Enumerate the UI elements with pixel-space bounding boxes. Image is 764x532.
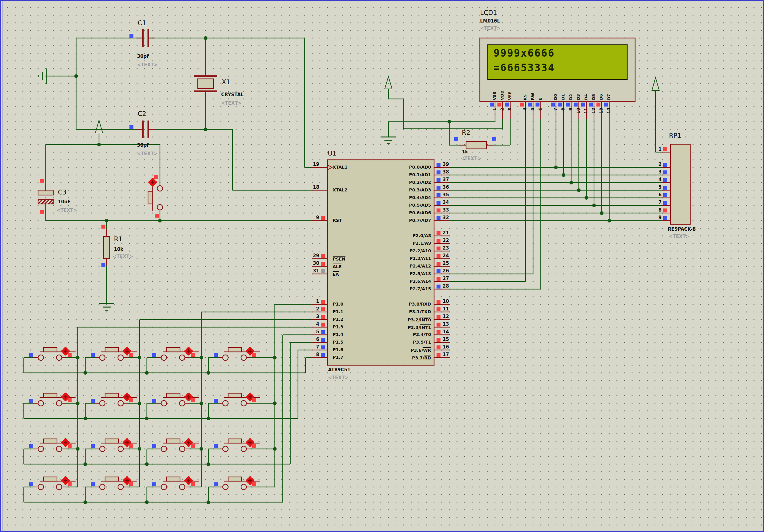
keypad-button-r2c1[interactable] <box>29 393 76 406</box>
reset-button-probe-bottom <box>155 214 159 217</box>
r2-resistor[interactable] <box>454 137 496 149</box>
lcd-pin-label: RS <box>523 94 527 100</box>
u1-pin-num: 39 <box>443 162 449 167</box>
c1-probe-square <box>129 34 133 38</box>
u1-pin-num: 5 <box>305 329 319 334</box>
keypad-button-r4c3[interactable] <box>152 476 199 490</box>
r2-probe-square-left <box>454 137 458 141</box>
u1-pin-num: 34 <box>443 200 449 205</box>
c3-value: 10uF <box>58 199 71 204</box>
ground-symbol-r1 <box>99 304 114 311</box>
vcc-arrow-rp1 <box>652 77 659 90</box>
rp1-part: RESPACK-8 <box>668 226 696 232</box>
lcd1-ref: LCD1 <box>480 9 497 16</box>
u1-pin-label-overline: PSEN <box>333 256 345 261</box>
lcd-pin-num: 1 <box>492 108 497 111</box>
u1-pin-label: P0.0/AD0 <box>361 165 431 170</box>
u1-pin-num: 16 <box>443 344 449 350</box>
u1-pin-label: ALE <box>333 264 341 269</box>
schematic-canvas: C1 30pf <TEXT> C2 30pf <TEXT> X1 CRYSTAL… <box>0 0 764 532</box>
lcd-pin-num: 5 <box>530 108 535 111</box>
r1-probe-square-bottom <box>101 263 105 267</box>
lcd-pin-num: 11 <box>583 108 588 113</box>
keypad-button-r4c4[interactable] <box>214 476 260 490</box>
u1-pin-label: P3.1/TXD <box>361 309 431 314</box>
lcd-pin-num: 2 <box>499 108 504 111</box>
lcd-pin-label: D5 <box>591 94 596 100</box>
keypad-button-r3c4[interactable] <box>214 438 260 452</box>
lcd-pin-num: 8 <box>560 108 565 111</box>
r2-ref: R2 <box>462 129 470 136</box>
u1-pin-label: P3.0/RXD <box>361 302 431 307</box>
keypad-button-r1c4[interactable] <box>214 347 260 360</box>
c3-text-placeholder: <TEXT> <box>57 207 77 213</box>
keypad-button-r3c3[interactable] <box>152 438 199 452</box>
u1-pin-num: 38 <box>443 169 449 175</box>
r1-resistor[interactable] <box>101 225 110 267</box>
u1-pin-label: P2.7/A15 <box>361 286 431 291</box>
u1-pin-label: P0.3/AD3 <box>361 188 431 192</box>
vcc-arrow-lcd <box>385 77 392 89</box>
c1-ref: C1 <box>138 20 146 27</box>
keypad-button-r3c2[interactable] <box>91 438 137 452</box>
u1-pin-num: 7 <box>305 344 319 350</box>
x1-value: CRYSTAL <box>221 92 244 97</box>
u1-pin-num: 6 <box>305 336 319 342</box>
keypad-button-r1c1[interactable] <box>29 347 76 360</box>
reset-button-actuator-star[interactable] <box>148 178 157 187</box>
r1-text-placeholder: <TEXT> <box>113 254 133 259</box>
rp1-pin-num: 3 <box>648 169 662 175</box>
u1-pin-label-overline: INT1 <box>420 325 431 330</box>
u1-pin-label: P3.4/T0 <box>361 332 431 337</box>
keypad-button-r2c3[interactable] <box>152 393 199 406</box>
u1-pin-label: P2.1/A9 <box>361 241 431 246</box>
rp1-pin-num: 2 <box>648 162 662 167</box>
rp1-pin-num: 8 <box>648 207 662 213</box>
keypad-button-r1c2[interactable] <box>91 347 137 360</box>
rp1-respack[interactable] <box>662 144 690 224</box>
u1-pin-label: XTAL2 <box>333 188 348 192</box>
c1-value: 30pf <box>137 54 149 59</box>
rp1-pin-num: 1 <box>648 146 662 152</box>
rp1-pin-num: 5 <box>648 185 662 190</box>
vcc-arrow-reset <box>96 120 103 133</box>
u1-pin-label: P2.3/A11 <box>361 256 431 261</box>
u1-text-placeholder: <TEXT> <box>328 375 348 380</box>
u1-pin-num: 17 <box>443 352 449 357</box>
lcd-pin-num: 10 <box>576 108 581 113</box>
u1-pin-label: P2.4/A12 <box>361 264 431 268</box>
u1-pin-num: 8 <box>305 352 319 357</box>
keypad-button-r4c1[interactable] <box>29 476 76 490</box>
lcd-pin-num: 14 <box>606 108 611 113</box>
u1-pin-num: 2 <box>305 306 319 312</box>
keypad-button-r3c1[interactable] <box>29 438 76 452</box>
u1-pin-label-overline: INT0 <box>420 317 431 322</box>
u1-pin-label: EA <box>333 271 339 277</box>
c3-capacitor[interactable] <box>38 179 53 214</box>
lcd1-text-placeholder: <TEXT> <box>480 26 500 31</box>
c1-text-placeholder: <TEXT> <box>137 62 157 67</box>
ground-symbol-lcd <box>381 137 396 144</box>
u1-pin-num: 1 <box>305 299 319 304</box>
u1-pin-num: 28 <box>443 283 449 289</box>
c2-value: 30pf <box>137 142 149 148</box>
u1-pin-label-overline: WR <box>423 347 431 353</box>
u1-pin-label: P0.5/AD5 <box>361 203 431 207</box>
u1-pin-label-overline: ALE <box>333 264 341 269</box>
u1-pin-label: P1.3 <box>333 325 343 329</box>
rp1-ref: RP1 <box>669 132 681 139</box>
r1-value: 10k <box>114 246 123 252</box>
keypad-button-r2c2[interactable] <box>91 393 137 406</box>
rp1-pin-num: 4 <box>648 177 662 182</box>
keypad-button-r2c4[interactable] <box>214 393 260 406</box>
keypad-button-r1c3[interactable] <box>152 347 199 360</box>
reset-button[interactable] <box>148 175 163 217</box>
lcd-pin-num: 3 <box>507 108 512 111</box>
lcd-pin-label: VSS <box>492 92 497 100</box>
u1-pin-num: 25 <box>443 261 449 266</box>
u1-pin-label: P0.6/AD6 <box>361 210 431 215</box>
keypad-button-r4c2[interactable] <box>91 476 137 490</box>
u1-pin-label-pre: P3.6/ <box>411 348 423 353</box>
lcd-pin-label: D1 <box>561 94 565 100</box>
x1-crystal[interactable] <box>194 76 217 91</box>
